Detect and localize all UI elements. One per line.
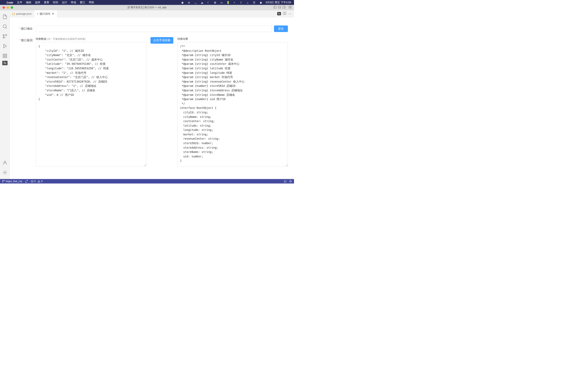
activity-extensions[interactable] [0, 51, 10, 61]
layout-icon-2[interactable] [278, 6, 281, 9]
activity-search[interactable] [0, 22, 10, 31]
activity-explorer[interactable] [0, 12, 10, 22]
ts-badge-icon[interactable]: Ts [277, 12, 281, 15]
status-bell-icon[interactable] [289, 180, 292, 183]
menubar-app-name[interactable]: Code [7, 1, 13, 4]
search-icon[interactable]: ⌕ [246, 1, 249, 4]
svg-point-8 [3, 25, 6, 28]
svg-point-19 [4, 172, 6, 173]
json-file-icon: { } [12, 12, 15, 15]
display-icon[interactable]: ▭ [220, 1, 223, 4]
close-tab-icon[interactable]: ✕ [52, 12, 55, 16]
menu-window[interactable]: 窗口 [80, 1, 85, 4]
wechat-icon[interactable]: ☁ [200, 1, 204, 4]
tab-label: package.json [16, 12, 32, 15]
tab-label: 接口访问 [40, 12, 50, 16]
status-icon-1[interactable]: ◉ [181, 1, 184, 4]
more-actions-icon[interactable]: ⋯ [288, 12, 292, 16]
activity-source-control[interactable] [0, 31, 10, 41]
status-sync[interactable] [25, 180, 28, 183]
svg-point-10 [6, 34, 7, 36]
submit-button[interactable]: 提交 [274, 25, 288, 32]
svg-rect-15 [5, 54, 7, 55]
menu-edit[interactable]: 编辑 [26, 1, 31, 4]
menu-selection[interactable]: 选择 [35, 1, 40, 4]
tab-package-json[interactable]: { } package.json [10, 10, 34, 17]
url-input[interactable] [36, 25, 272, 32]
activity-account[interactable] [0, 158, 10, 167]
activity-ts[interactable]: Ts [2, 61, 8, 65]
svg-rect-17 [5, 56, 7, 58]
window-titlebar: [扩展开发宿主] 接口访问 — cst_app [0, 5, 294, 10]
svg-point-29 [39, 182, 39, 182]
menu-view[interactable]: 查看 [44, 1, 49, 4]
svg-rect-6 [289, 6, 290, 8]
status-branch[interactable]: hegui_feat_cxy [2, 180, 22, 183]
status-icon-2[interactable]: ⊘ [187, 1, 190, 4]
maximize-window-button[interactable] [11, 6, 13, 9]
response-label: *接口返回: [16, 37, 33, 42]
text-file-icon: ≡ [37, 12, 38, 15]
activity-bar: Ts [0, 10, 10, 179]
minimize-window-button[interactable] [7, 6, 9, 9]
control-center-icon[interactable]: ☰ [252, 1, 256, 4]
macos-menubar: Code 文件 编辑 选择 查看 转到 运行 终端 窗口 帮助 ◉ ⊘ ◡ ☁ … [0, 0, 294, 5]
tab-api-access[interactable]: ≡ 接口访问 ✕ [34, 10, 57, 17]
left-panel-title: 转换数据 (注：可修改数据点击按钮手动转换) [36, 37, 146, 41]
svg-rect-16 [3, 56, 4, 58]
grid-icon[interactable]: ⊞ [213, 1, 217, 4]
svg-point-24 [2, 180, 3, 181]
layout-icon-4[interactable] [289, 6, 292, 9]
svg-rect-0 [274, 6, 276, 8]
input-json-textarea[interactable] [36, 42, 146, 166]
pocket-icon[interactable]: ◡ [194, 1, 197, 4]
status-bar: hegui_feat_cxy 0 0 [0, 179, 294, 184]
svg-rect-7 [290, 6, 291, 8]
output-ts-textarea[interactable] [177, 42, 288, 166]
svg-line-9 [6, 27, 7, 28]
svg-rect-2 [278, 6, 281, 8]
editor-tabs: { } package.json ≡ 接口访问 ✕ Ts ⋯ [10, 10, 294, 17]
svg-point-12 [3, 34, 4, 36]
form-area: *接口地址: 提交 *接口返回: 转换数据 (注：可修改数据点击按钮手动转换) … [10, 17, 294, 179]
svg-rect-14 [3, 54, 4, 55]
menu-terminal[interactable]: 终端 [71, 1, 76, 4]
layout-icon-1[interactable] [274, 6, 277, 9]
right-panel-title: 转换结果 [177, 37, 288, 41]
status-feedback-icon[interactable] [284, 180, 287, 183]
menu-run[interactable]: 运行 [62, 1, 67, 4]
status-icon-5[interactable]: ☾ [207, 1, 210, 4]
svg-marker-13 [4, 44, 7, 48]
convert-button[interactable]: 点击手动转换 [150, 37, 173, 44]
split-editor-icon[interactable] [283, 12, 286, 16]
window-title: [扩展开发宿主] 接口访问 — cst_app [128, 6, 167, 9]
bluetooth-icon[interactable]: ᛒ [240, 1, 243, 4]
layout-icon-3[interactable] [283, 6, 285, 9]
siri-icon[interactable]: ◉ [259, 1, 262, 4]
menubar-datetime[interactable]: 9月9日 周五 下午3:58 [266, 1, 291, 4]
activity-settings[interactable] [0, 167, 10, 177]
menu-go[interactable]: 转到 [53, 1, 58, 4]
svg-point-18 [4, 161, 6, 163]
menu-file[interactable]: 文件 [17, 1, 22, 4]
menu-help[interactable]: 帮助 [89, 1, 94, 4]
url-label: *接口地址: [16, 25, 33, 31]
close-window-button[interactable] [2, 6, 5, 9]
activity-run-debug[interactable] [0, 41, 10, 51]
battery-icon[interactable]: 🔋 [226, 1, 230, 4]
status-problems[interactable]: 0 0 [31, 180, 43, 183]
wifi-icon[interactable]: ᯤ [233, 1, 236, 4]
svg-rect-4 [283, 6, 285, 8]
svg-point-23 [2, 182, 3, 183]
